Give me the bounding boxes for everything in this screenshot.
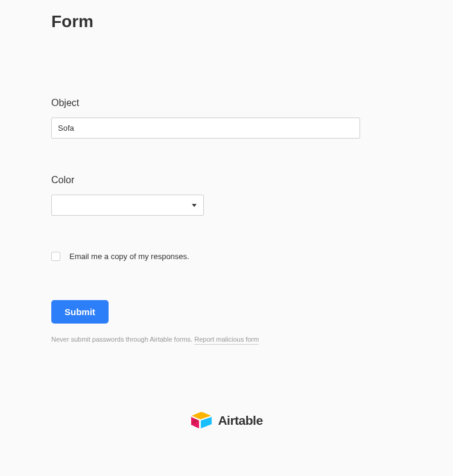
color-label: Color — [51, 175, 402, 186]
submit-button[interactable]: Submit — [51, 300, 109, 324]
color-select-wrapper — [51, 195, 204, 216]
email-copy-group: Email me a copy of my responses. — [51, 252, 402, 261]
email-copy-checkbox[interactable] — [51, 252, 60, 261]
brand-footer: Airtable — [190, 412, 262, 430]
field-group-color: Color — [51, 175, 402, 216]
brand-name: Airtable — [218, 413, 262, 428]
color-select[interactable] — [51, 195, 204, 216]
object-input[interactable] — [51, 117, 360, 139]
airtable-logo-icon — [190, 412, 212, 430]
footer-warning: Never submit passwords through Airtable … — [51, 333, 402, 344]
report-malicious-link[interactable]: Report malicious form — [194, 336, 259, 345]
form-title: Form — [51, 12, 402, 31]
form-container: Form Object Color Email me a copy of my … — [0, 0, 453, 344]
field-group-object: Object — [51, 98, 402, 139]
email-copy-label: Email me a copy of my responses. — [69, 252, 189, 261]
object-label: Object — [51, 98, 402, 108]
warning-text: Never submit passwords through Airtable … — [51, 336, 194, 343]
